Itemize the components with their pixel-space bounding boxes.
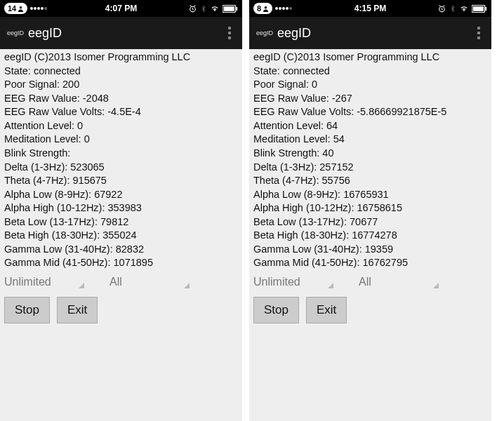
raw-value-text: EEG Raw Value: -267 (253, 92, 487, 106)
app-title: eegID (28, 26, 62, 41)
alpha-low-text: Alpha Low (8-9Hz): 67922 (4, 188, 238, 202)
svg-rect-9 (485, 6, 486, 10)
beta-high-text: Beta High (18-30Hz): 355024 (4, 229, 238, 243)
spinner-unlimited-label: Unlimited (253, 274, 300, 290)
meditation-text: Meditation Level: 0 (4, 133, 238, 147)
alpha-high-text: Alpha High (10-12Hz): 16758615 (253, 201, 487, 215)
app-bar: eegID eegID (0, 17, 242, 49)
spinner-all-label: All (110, 274, 122, 290)
status-right (188, 4, 238, 13)
svg-rect-4 (236, 6, 237, 10)
alpha-high-text: Alpha High (10-12Hz): 353983 (4, 201, 238, 215)
wifi-icon (210, 4, 220, 13)
app-logo: eegID (7, 29, 24, 36)
spinner-all[interactable]: All (110, 274, 187, 290)
theta-text: Theta (4-7Hz): 915675 (4, 174, 238, 188)
notification-count: 8 (257, 4, 261, 13)
spinner-unlimited[interactable]: Unlimited (4, 274, 81, 290)
app-logo: eegID (256, 29, 273, 36)
copyright-text: eegID (C)2013 Isomer Programming LLC (253, 51, 487, 65)
spinner-unlimited[interactable]: Unlimited (253, 274, 331, 290)
person-icon (18, 6, 24, 12)
alarm-icon (437, 4, 446, 13)
status-bar: 14 4:07 PM (0, 0, 242, 17)
notification-badge: 14 (4, 3, 27, 14)
status-right (437, 4, 487, 13)
stop-button[interactable]: Stop (4, 297, 50, 323)
phone-left: 14 4:07 PM e (0, 0, 242, 421)
alarm-icon (188, 4, 197, 13)
svg-point-5 (265, 6, 267, 8)
content-area: eegID (C)2013 Isomer Programming LLC Sta… (249, 49, 491, 421)
exit-button[interactable]: Exit (306, 297, 347, 323)
overflow-menu-button[interactable] (224, 22, 235, 44)
svg-rect-8 (473, 6, 484, 11)
bluetooth-icon (200, 4, 207, 13)
gamma-low-text: Gamma Low (31-40Hz): 82832 (4, 243, 238, 257)
person-icon (263, 6, 269, 12)
beta-low-text: Beta Low (13-17Hz): 70677 (253, 215, 487, 229)
dropdown-icon (184, 283, 190, 288)
wifi-icon (459, 4, 469, 13)
svg-point-0 (20, 6, 22, 8)
poor-signal-text: Poor Signal: 0 (253, 78, 487, 92)
spinner-all[interactable]: All (359, 274, 436, 290)
status-time: 4:07 PM (105, 4, 137, 13)
svg-rect-3 (224, 6, 234, 11)
stop-button[interactable]: Stop (253, 297, 299, 323)
blink-text: Blink Strength: (4, 147, 238, 161)
raw-volts-text: EEG Raw Value Volts: -4.5E-4 (4, 105, 238, 119)
spinner-row: Unlimited All (4, 274, 238, 290)
theta-text: Theta (4-7Hz): 55756 (253, 174, 487, 188)
signal-icon (30, 7, 47, 10)
beta-high-text: Beta High (18-30Hz): 16774278 (253, 229, 487, 243)
button-row: Stop Exit (253, 297, 487, 323)
battery-icon (223, 5, 238, 13)
blink-text: Blink Strength: 40 (253, 147, 487, 161)
app-bar-left: eegID eegID (256, 26, 311, 41)
attention-text: Attention Level: 64 (253, 119, 487, 133)
status-left: 14 (4, 3, 47, 14)
spinner-row: Unlimited All (253, 274, 487, 290)
gamma-low-text: Gamma Low (31-40Hz): 19359 (253, 243, 487, 257)
poor-signal-text: Poor Signal: 200 (4, 78, 238, 92)
app-bar-left: eegID eegID (7, 26, 62, 41)
delta-text: Delta (1-3Hz): 523065 (4, 161, 238, 175)
status-bar: 8 4:15 PM (249, 0, 491, 17)
copyright-text: eegID (C)2013 Isomer Programming LLC (4, 51, 238, 65)
gamma-mid-text: Gamma Mid (41-50Hz): 16762795 (253, 256, 487, 270)
beta-low-text: Beta Low (13-17Hz): 79812 (4, 215, 238, 229)
attention-text: Attention Level: 0 (4, 119, 238, 133)
bluetooth-icon (449, 4, 456, 13)
raw-value-text: EEG Raw Value: -2048 (4, 92, 238, 106)
state-text: State: connected (253, 65, 487, 79)
notification-badge: 8 (253, 3, 272, 14)
spinner-all-label: All (359, 274, 371, 290)
raw-volts-text: EEG Raw Value Volts: -5.86669921875E-5 (253, 105, 487, 119)
status-time: 4:15 PM (354, 4, 386, 13)
battery-icon (472, 5, 487, 13)
phone-right: 8 4:15 PM ee (249, 0, 491, 421)
exit-button[interactable]: Exit (57, 297, 98, 323)
dropdown-icon (433, 283, 439, 288)
overflow-menu-button[interactable] (473, 22, 484, 44)
content-area: eegID (C)2013 Isomer Programming LLC Sta… (0, 49, 242, 421)
app-title: eegID (277, 26, 311, 41)
status-left: 8 (253, 3, 292, 14)
signal-icon (275, 7, 292, 10)
notification-count: 14 (8, 4, 16, 13)
spinner-unlimited-label: Unlimited (4, 274, 51, 290)
alpha-low-text: Alpha Low (8-9Hz): 16765931 (253, 188, 487, 202)
gamma-mid-text: Gamma Mid (41-50Hz): 1071895 (4, 256, 238, 270)
button-row: Stop Exit (4, 297, 238, 323)
meditation-text: Meditation Level: 54 (253, 133, 487, 147)
dropdown-icon (79, 283, 84, 288)
delta-text: Delta (1-3Hz): 257152 (253, 161, 487, 175)
state-text: State: connected (4, 65, 238, 79)
dropdown-icon (328, 283, 333, 288)
app-bar: eegID eegID (249, 17, 491, 49)
